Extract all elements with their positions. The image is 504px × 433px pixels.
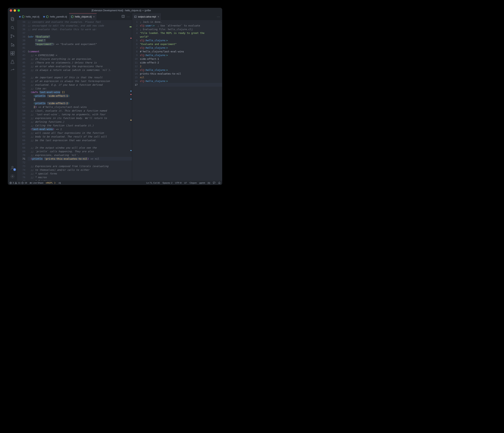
svg-rect-1 [12, 18, 14, 21]
svg-point-30 [30, 182, 30, 183]
svg-rect-21 [135, 16, 137, 17]
activity-bar: 1 [8, 13, 17, 181]
lambda-status[interactable]: [λ] [208, 182, 210, 184]
file-icon [46, 15, 49, 18]
accounts-badge: 1 [13, 168, 16, 171]
svg-point-5 [11, 37, 12, 38]
testing-icon[interactable] [8, 58, 17, 66]
window-title: [Extension Development Host] - hello_clo… [22, 9, 220, 12]
nrepl-status[interactable]: nREPL [46, 182, 56, 184]
accounts-icon[interactable]: 1 [8, 164, 17, 172]
svg-rect-9 [11, 52, 12, 53]
svg-point-26 [16, 183, 16, 183]
file-icon [22, 15, 25, 18]
svg-rect-0 [11, 17, 13, 20]
more-actions-icon[interactable]: ··· [217, 15, 220, 18]
file-icon [71, 15, 74, 18]
tab-label: output.calva-repl [138, 15, 156, 18]
svg-rect-10 [11, 53, 12, 55]
svg-point-15 [12, 176, 13, 177]
svg-point-6 [13, 36, 14, 37]
cursor-position-status[interactable]: Ln 71, Col 16 [146, 182, 160, 184]
language-status[interactable]: Clojure [190, 182, 197, 184]
code-editor-left[interactable]: 3435363738394041424344454647484950515253… [17, 20, 132, 181]
eol-status[interactable]: LF [184, 182, 187, 184]
svg-point-31 [31, 182, 31, 183]
tab-hello-repl-clj[interactable]: hello_repl.clj [17, 13, 41, 20]
svg-line-3 [13, 28, 14, 29]
close-tab-icon[interactable]: × [157, 15, 159, 18]
svg-point-29 [22, 182, 23, 182]
settings-gear-icon[interactable] [8, 172, 17, 181]
tab-bar-right: output.calva-repl× ··· [132, 13, 222, 20]
svg-point-2 [11, 26, 13, 29]
source-control-icon[interactable] [8, 32, 17, 41]
overview-ruler [130, 20, 132, 181]
extensions-icon[interactable] [8, 49, 17, 58]
explorer-icon[interactable] [8, 15, 17, 23]
tab-label: hello_repl.clj [26, 15, 39, 18]
editor-group-left: hello_repl.cljhello_paredit.cljhello_clo… [17, 13, 132, 181]
tab-bar-left: hello_repl.cljhello_paredit.cljhello_clo… [17, 13, 132, 20]
close-tab-icon[interactable]: × [93, 15, 95, 18]
bell-icon[interactable] [218, 182, 221, 184]
live-share-status[interactable]: Live Share [29, 182, 44, 184]
tab-hello-paredit-clj[interactable]: hello_paredit.clj [41, 13, 69, 20]
vscode-window: [Extension Development Host] - hello_clo… [8, 8, 222, 185]
clj-status[interactable]: clj [58, 182, 61, 184]
zoom-window-button[interactable] [18, 9, 20, 12]
tab-output-calva-repl[interactable]: output.calva-repl× [132, 13, 161, 20]
split-editor-icon[interactable] [122, 15, 125, 18]
status-bar: 3 11 19 Live Share nREPL clj Ln 71, Col … [8, 181, 222, 185]
svg-point-4 [11, 35, 12, 36]
close-window-button[interactable] [10, 9, 12, 12]
window-controls [10, 9, 20, 12]
more-actions-icon[interactable]: ··· [127, 15, 130, 18]
svg-point-14 [12, 166, 13, 168]
titlebar: [Extension Development Host] - hello_clo… [8, 8, 222, 13]
svg-rect-12 [13, 52, 14, 53]
editor-group-right: output.calva-repl× ··· 12345678910111213… [132, 13, 222, 181]
indent-status[interactable]: Spaces: 2 [162, 182, 172, 184]
feedback-icon[interactable] [213, 182, 215, 184]
tab-label: hello_clojure.clj [75, 15, 91, 18]
svg-rect-11 [13, 53, 14, 55]
problems-status[interactable]: 3 11 19 [9, 182, 27, 184]
tab-label: hello_paredit.clj [50, 15, 67, 18]
repl-output-editor[interactable]: 1234567891011121314151617 ; Jack-in done… [132, 20, 222, 181]
search-icon[interactable] [8, 23, 17, 32]
minimize-window-button[interactable] [14, 9, 16, 12]
share-icon[interactable] [8, 66, 17, 75]
file-icon [134, 15, 137, 18]
encoding-status[interactable]: UTF-8 [175, 182, 182, 184]
run-debug-icon[interactable] [8, 41, 17, 49]
tab-hello-clojure-clj[interactable]: hello_clojure.clj× [69, 13, 97, 20]
pprint-status[interactable]: pprint [199, 182, 205, 184]
